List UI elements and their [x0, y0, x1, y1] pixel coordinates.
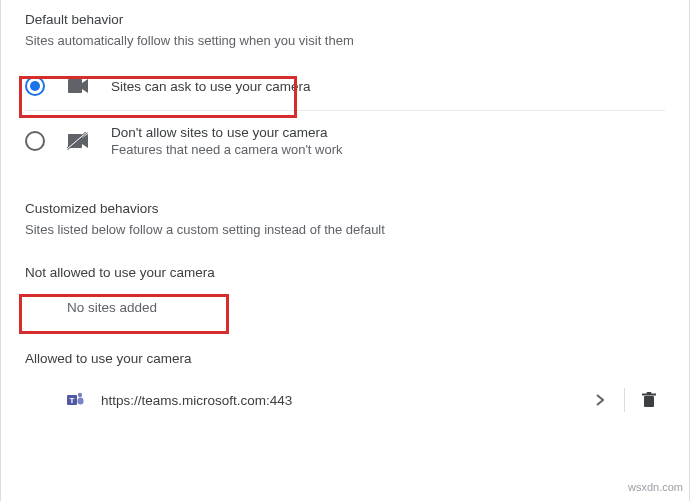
- svg-text:T: T: [70, 396, 75, 405]
- allowed-title: Allowed to use your camera: [1, 333, 689, 376]
- svg-rect-7: [78, 398, 84, 405]
- option-block-camera[interactable]: Don't allow sites to use your camera Fea…: [1, 115, 689, 167]
- teams-icon: T: [67, 391, 85, 409]
- camera-icon: [67, 79, 89, 93]
- customized-desc: Sites listed below follow a custom setti…: [1, 222, 689, 255]
- settings-panel: Default behavior Sites automatically fol…: [0, 0, 690, 501]
- divider-vertical: [624, 388, 625, 412]
- option-block-label: Don't allow sites to use your camera: [111, 125, 343, 140]
- expand-arrow-icon[interactable]: [584, 384, 616, 416]
- delete-icon[interactable]: [633, 384, 665, 416]
- svg-rect-0: [68, 79, 82, 93]
- allowed-site-row[interactable]: T https://teams.microsoft.com:443: [1, 376, 689, 424]
- watermark: wsxdn.com: [628, 481, 683, 493]
- camera-off-icon: [67, 132, 89, 150]
- radio-unselected[interactable]: [25, 131, 45, 151]
- not-allowed-title: Not allowed to use your camera: [1, 255, 689, 290]
- site-url: https://teams.microsoft.com:443: [101, 393, 584, 408]
- svg-rect-10: [647, 392, 652, 394]
- option-block-sub: Features that need a camera won't work: [111, 142, 343, 157]
- not-allowed-empty: No sites added: [1, 290, 689, 333]
- svg-rect-8: [644, 396, 654, 407]
- divider: [25, 110, 665, 111]
- customized-title: Customized behaviors: [1, 201, 689, 222]
- radio-selected[interactable]: [25, 76, 45, 96]
- option-ask-label: Sites can ask to use your camera: [111, 79, 311, 94]
- svg-point-6: [78, 393, 82, 397]
- option-ask-camera[interactable]: Sites can ask to use your camera: [1, 66, 689, 106]
- default-behavior-desc: Sites automatically follow this setting …: [1, 33, 689, 66]
- default-behavior-title: Default behavior: [1, 12, 689, 33]
